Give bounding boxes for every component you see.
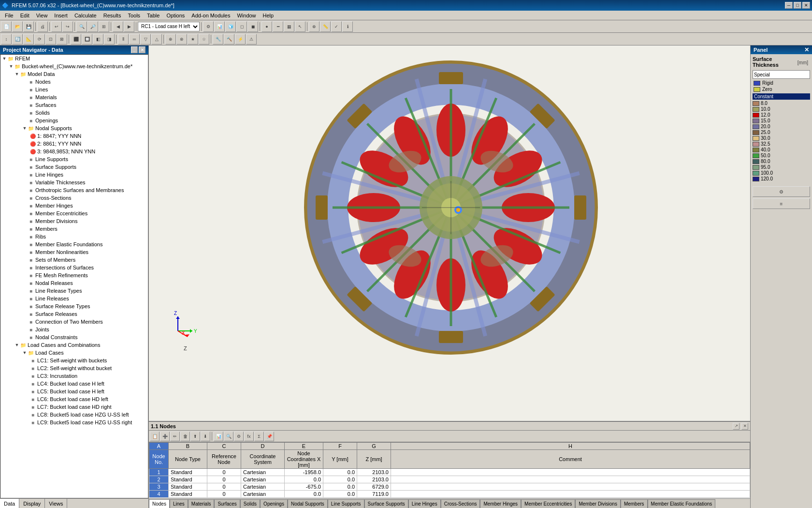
menu-tools[interactable]: Tools (125, 11, 143, 20)
nav-prev[interactable]: ◀ (113, 21, 123, 32)
tree-cross-sec[interactable]: ■ Cross-Sections (0, 194, 148, 202)
menu-insert[interactable]: Insert (51, 11, 71, 20)
tb2-14[interactable]: △ (151, 34, 162, 45)
tt-2[interactable]: ➕ (160, 432, 170, 441)
tree-nodal-rel[interactable]: ■ Nodal Releases (0, 279, 148, 287)
tb2-7[interactable]: ⬛ (71, 34, 81, 45)
menu-addons[interactable]: Add-on Modules (188, 11, 233, 20)
close-btn[interactable]: ✕ (802, 2, 810, 9)
tb2-6[interactable]: ⊠ (57, 34, 67, 45)
tree-lc1[interactable]: ■ LC1: Self-weight with buckets (0, 357, 148, 364)
menu-edit[interactable]: Edit (17, 11, 32, 20)
tree-member-div[interactable]: ■ Member Divisions (0, 217, 148, 225)
tt-6[interactable]: ⬇ (201, 432, 210, 441)
nav-tab-data[interactable]: Data (0, 499, 19, 508)
maximize-btn[interactable]: □ (794, 2, 801, 9)
measure-btn[interactable]: 📏 (320, 21, 331, 32)
btab-solids[interactable]: Solids (240, 499, 260, 508)
tb2-12[interactable]: ═ (129, 34, 140, 45)
select-btn[interactable]: ↖ (295, 21, 305, 32)
tt-3[interactable]: ✏ (170, 432, 180, 441)
tree-lc2[interactable]: ■ LC2: Self-weight without bucket (0, 364, 148, 372)
zoom-in[interactable]: 🔍 (76, 21, 87, 32)
panel-btn-1[interactable]: ⚙ (753, 186, 810, 197)
result-btn[interactable]: 📊 (214, 21, 225, 32)
tb2-18[interactable]: ☆ (199, 34, 209, 45)
tree-openings[interactable]: ■ Openings (0, 117, 148, 124)
tree-members[interactable]: ■ Members (0, 225, 148, 233)
tree-line-hinges[interactable]: ■ Line Hinges (0, 171, 148, 179)
tt-11[interactable]: Σ (254, 432, 264, 441)
tb2-15[interactable]: ⊕ (165, 34, 176, 45)
btab-line-hinges[interactable]: Line Hinges (408, 499, 441, 508)
btab-members[interactable]: Members (621, 499, 648, 508)
tree-mef[interactable]: ■ Member Elastic Foundations (0, 240, 148, 248)
table-float-btn[interactable]: ↗ (733, 423, 740, 430)
tb2-20[interactable]: 🔨 (224, 34, 234, 45)
node-btn[interactable]: ● (261, 21, 272, 32)
btab-nodes[interactable]: Nodes (149, 499, 170, 508)
tree-lc9[interactable]: ■ LC9: Bucket5 load case HZG U-SS right (0, 418, 148, 426)
tree-line-supports[interactable]: ■ Line Supports (0, 155, 148, 163)
redo-btn[interactable]: ↪ (62, 21, 73, 32)
tree-conn-two[interactable]: ■ Connection of Two Members (0, 318, 148, 326)
thickness-input[interactable] (753, 70, 810, 79)
tree-nodal-2[interactable]: 🔴 2: 8861; YYY NNN (0, 140, 148, 148)
tree-member-ecc[interactable]: ■ Member Eccentricities (0, 209, 148, 217)
table-content[interactable]: A B C D E F G H Node No. Node Type (149, 442, 750, 498)
tb2-11[interactable]: Ⅱ (118, 34, 129, 45)
snap-btn[interactable]: ⊕ (309, 21, 319, 32)
btab-line-supports[interactable]: Line Supports (328, 499, 364, 508)
tree-line-rel-types[interactable]: ■ Line Release Types (0, 287, 148, 295)
minimize-btn[interactable]: ─ (785, 2, 793, 9)
panel-btn-2[interactable]: ≡ (753, 198, 810, 209)
zoom-out[interactable]: 🔎 (87, 21, 98, 32)
tree-container[interactable]: ▼ 📁 RFEM ▼ 📁 Bucket-wheel_(C)www.rwe-tec… (0, 54, 148, 498)
tt-4[interactable]: 🗑 (180, 432, 190, 441)
wire-btn[interactable]: ◻ (236, 21, 247, 32)
tb2-16[interactable]: ⊗ (176, 34, 187, 45)
table-row[interactable]: 4 Standard 0 Cartesian 0.0 0.0 7119.0 (149, 491, 750, 498)
zoom-fit[interactable]: ⊞ (99, 21, 109, 32)
nav-tab-views[interactable]: Views (45, 499, 67, 508)
menu-options[interactable]: Options (163, 11, 188, 20)
tt-9[interactable]: ⚙ (234, 432, 244, 441)
undo-btn[interactable]: ↩ (51, 21, 62, 32)
info-btn[interactable]: ℹ (342, 21, 353, 32)
btab-openings[interactable]: Openings (260, 499, 288, 508)
menu-calculate[interactable]: Calculate (72, 11, 100, 20)
tree-surface-supports[interactable]: ■ Surface Supports (0, 163, 148, 171)
tt-8[interactable]: 🔍 (224, 432, 233, 441)
render-btn[interactable]: ◼ (247, 21, 258, 32)
tree-solids[interactable]: ■ Solids (0, 109, 148, 117)
menu-table[interactable]: Table (144, 11, 162, 20)
btab-mef[interactable]: Member Elastic Foundations (648, 499, 716, 508)
tt-1[interactable]: 📋 (150, 432, 160, 441)
tree-nodal-supports[interactable]: ▼ 📁 Nodal Supports (0, 124, 148, 132)
save-btn[interactable]: 💾 (23, 21, 34, 32)
tree-load-cases[interactable]: ▼ 📁 Load Cases (0, 349, 148, 357)
tree-surf-rel-types[interactable]: ■ Surface Release Types (0, 302, 148, 310)
tree-nodal-3[interactable]: 🔴 3: 9848,9853; NNN YNN (0, 148, 148, 155)
tree-ribs[interactable]: ■ Ribs (0, 233, 148, 240)
tree-lc5[interactable]: ■ LC5: Bucket load case H left (0, 388, 148, 395)
tree-lines[interactable]: ■ Lines (0, 86, 148, 93)
tb2-3[interactable]: 📐 (23, 34, 34, 45)
tb2-22[interactable]: ⚠ (246, 34, 257, 45)
calc-btn[interactable]: ⚙ (203, 21, 214, 32)
tb2-4[interactable]: ⟳ (34, 34, 45, 45)
open-btn[interactable]: 📂 (12, 21, 23, 32)
tree-surfaces[interactable]: ■ Surfaces (0, 101, 148, 109)
btab-member-div[interactable]: Member Divisions (575, 499, 620, 508)
tree-line-rel[interactable]: ■ Line Releases (0, 295, 148, 302)
menu-window[interactable]: Window (234, 11, 259, 20)
tree-joints[interactable]: ■ Joints (0, 326, 148, 333)
tree-nodal-1[interactable]: 🔴 1: 8847; YYY NNN (0, 132, 148, 140)
tree-sets[interactable]: ■ Sets of Members (0, 256, 148, 264)
tree-surf-rel[interactable]: ■ Surface Releases (0, 310, 148, 318)
new-btn[interactable]: 📄 (1, 21, 12, 32)
tt-12[interactable]: 📌 (264, 432, 274, 441)
tree-lc4[interactable]: ■ LC4: Bucket load case H left (0, 380, 148, 388)
tb2-5[interactable]: ⊡ (45, 34, 56, 45)
nav-next[interactable]: ▶ (124, 21, 134, 32)
